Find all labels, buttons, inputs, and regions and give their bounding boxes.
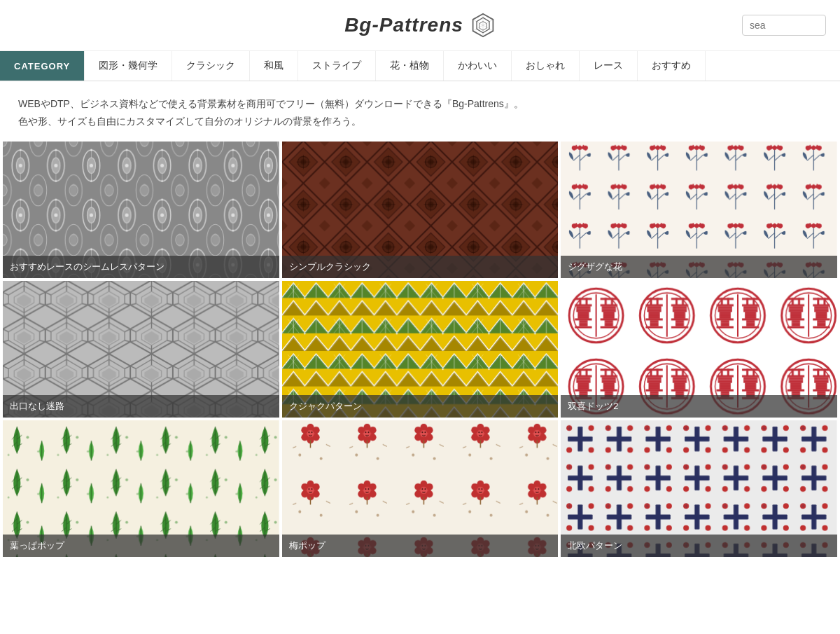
- pattern-item-maze[interactable]: 出口なし迷路: [3, 281, 279, 418]
- nav-item-classic[interactable]: クラシック: [172, 51, 250, 81]
- description: WEBやDTP、ビジネス資料などで使える背景素材を商用可でフリー（無料）ダウンロ…: [0, 81, 840, 142]
- pattern-item-peacock[interactable]: クジャクパターン: [282, 281, 559, 418]
- pattern-label-leaves: 葉っぱポップ: [3, 535, 279, 557]
- nav-item-japanese[interactable]: 和風: [250, 51, 298, 81]
- pattern-label-classic: シンプルクラシック: [282, 256, 559, 278]
- pattern-item-classic[interactable]: シンプルクラシック: [282, 142, 559, 278]
- pattern-item-nordic[interactable]: 北欧パターン: [561, 420, 837, 557]
- pattern-label-nordic: 北欧パターン: [561, 535, 837, 557]
- nav-item-category[interactable]: CATEGORY: [0, 51, 85, 81]
- pattern-label-lace: おすすめレースのシームレスパターン: [3, 256, 279, 278]
- header: Bg-Pattrens: [0, 0, 840, 51]
- site-title-text: Bg-Pattrens: [344, 14, 463, 36]
- site-logo: [470, 13, 496, 38]
- pattern-item-shuangxi[interactable]: 双喜ドッツ2: [561, 281, 837, 418]
- pattern-item-leaves[interactable]: 葉っぱポップ: [3, 420, 279, 557]
- pattern-label-shuangxi: 双喜ドッツ2: [561, 395, 837, 418]
- pattern-item-flower[interactable]: ジグザグな花: [561, 142, 837, 278]
- pattern-item-plum[interactable]: 梅ポップ: [282, 420, 559, 557]
- site-title: Bg-Pattrens: [344, 13, 496, 38]
- pattern-label-maze: 出口なし迷路: [3, 395, 279, 418]
- search-input[interactable]: [742, 15, 826, 36]
- pattern-label-plum: 梅ポップ: [282, 535, 559, 557]
- nav-item-kawaii[interactable]: かわいい: [444, 51, 512, 81]
- nav-item-stripe[interactable]: ストライプ: [298, 51, 376, 81]
- nav-item-lace[interactable]: レース: [580, 51, 638, 81]
- nav-item-stylish[interactable]: おしゃれ: [512, 51, 580, 81]
- main-nav: CATEGORY 図形・幾何学 クラシック 和風 ストライプ 花・植物 かわいい…: [0, 51, 840, 81]
- pattern-label-flower: ジグザグな花: [561, 256, 837, 278]
- nav-item-geometric[interactable]: 図形・幾何学: [85, 51, 172, 81]
- pattern-item-lace[interactable]: おすすめレースのシームレスパターン: [3, 142, 279, 278]
- nav-item-recommended[interactable]: おすすめ: [638, 51, 706, 81]
- description-line2: 色や形、サイズも自由にカスタマイズして自分のオリジナルの背景を作ろう。: [18, 113, 822, 130]
- description-line1: WEBやDTP、ビジネス資料などで使える背景素材を商用可でフリー（無料）ダウンロ…: [18, 95, 822, 113]
- pattern-grid: おすすめレースのシームレスパターン: [0, 142, 840, 560]
- pattern-label-peacock: クジャクパターン: [282, 395, 559, 418]
- nav-item-floral[interactable]: 花・植物: [376, 51, 444, 81]
